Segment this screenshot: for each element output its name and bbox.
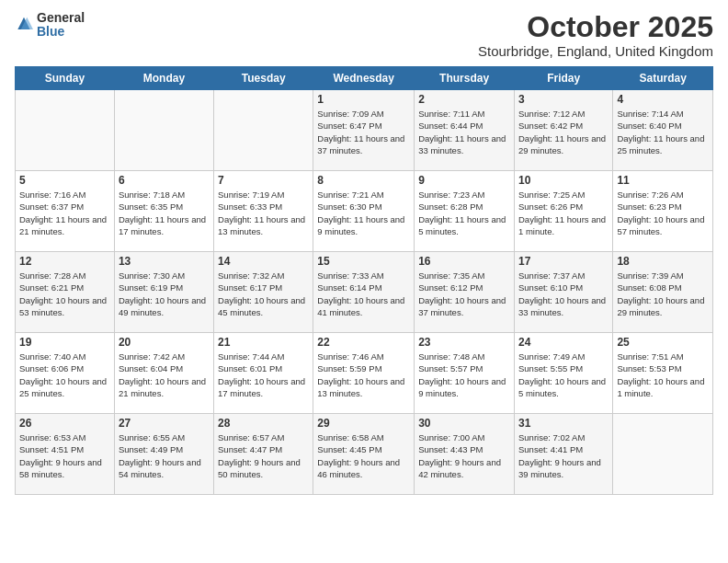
table-row: 5Sunrise: 7:16 AMSunset: 6:37 PMDaylight…: [16, 171, 115, 252]
day-info: Sunrise: 7:23 AMSunset: 6:28 PMDaylight:…: [418, 189, 510, 237]
day-number: 21: [218, 336, 309, 349]
day-number: 2: [418, 93, 510, 106]
table-row: 6Sunrise: 7:18 AMSunset: 6:35 PMDaylight…: [114, 171, 213, 252]
table-row: [114, 90, 213, 171]
day-info: Sunrise: 7:35 AMSunset: 6:12 PMDaylight:…: [418, 270, 510, 318]
page: General Blue October 2025 Stourbridge, E…: [0, 0, 728, 563]
day-number: 27: [119, 417, 210, 430]
day-info: Sunrise: 7:00 AMSunset: 4:43 PMDaylight:…: [418, 431, 510, 480]
day-info: Sunrise: 7:16 AMSunset: 6:37 PMDaylight:…: [19, 189, 110, 237]
table-row: 11Sunrise: 7:26 AMSunset: 6:23 PMDayligh…: [613, 171, 713, 252]
table-row: [613, 414, 713, 495]
day-number: 10: [518, 174, 609, 187]
table-row: 22Sunrise: 7:46 AMSunset: 5:59 PMDayligh…: [313, 333, 415, 414]
title-section: October 2025 Stourbridge, England, Unite…: [478, 11, 713, 59]
day-info: Sunrise: 7:14 AMSunset: 6:40 PMDaylight:…: [617, 108, 709, 156]
day-number: 9: [418, 174, 510, 187]
day-info: Sunrise: 6:53 AMSunset: 4:51 PMDaylight:…: [19, 431, 110, 480]
table-row: 4Sunrise: 7:14 AMSunset: 6:40 PMDaylight…: [613, 90, 713, 171]
table-row: 29Sunrise: 6:58 AMSunset: 4:45 PMDayligh…: [313, 414, 415, 495]
day-number: 6: [119, 174, 210, 187]
calendar-header-row: Sunday Monday Tuesday Wednesday Thursday…: [16, 67, 713, 90]
col-friday: Friday: [514, 67, 612, 90]
table-row: 1Sunrise: 7:09 AMSunset: 6:47 PMDaylight…: [313, 90, 415, 171]
table-row: 21Sunrise: 7:44 AMSunset: 6:01 PMDayligh…: [214, 333, 313, 414]
day-info: Sunrise: 7:19 AMSunset: 6:33 PMDaylight:…: [218, 189, 309, 237]
day-number: 16: [418, 255, 510, 268]
table-row: 24Sunrise: 7:49 AMSunset: 5:55 PMDayligh…: [514, 333, 612, 414]
day-info: Sunrise: 7:21 AMSunset: 6:30 PMDaylight:…: [317, 189, 410, 237]
day-number: 19: [19, 336, 110, 349]
logo-general-text: General: [37, 11, 85, 25]
table-row: 9Sunrise: 7:23 AMSunset: 6:28 PMDaylight…: [415, 171, 515, 252]
day-number: 20: [119, 336, 210, 349]
day-number: 28: [218, 417, 309, 430]
day-info: Sunrise: 7:12 AMSunset: 6:42 PMDaylight:…: [518, 108, 609, 156]
day-number: 31: [518, 417, 609, 430]
day-number: 15: [317, 255, 410, 268]
calendar-table: Sunday Monday Tuesday Wednesday Thursday…: [15, 66, 713, 495]
table-row: 7Sunrise: 7:19 AMSunset: 6:33 PMDaylight…: [214, 171, 313, 252]
table-row: 2Sunrise: 7:11 AMSunset: 6:44 PMDaylight…: [415, 90, 515, 171]
day-info: Sunrise: 7:51 AMSunset: 5:53 PMDaylight:…: [617, 350, 709, 399]
day-number: 30: [418, 417, 510, 430]
week-row-4: 26Sunrise: 6:53 AMSunset: 4:51 PMDayligh…: [16, 414, 713, 495]
table-row: 10Sunrise: 7:25 AMSunset: 6:26 PMDayligh…: [514, 171, 612, 252]
day-info: Sunrise: 6:57 AMSunset: 4:47 PMDaylight:…: [218, 431, 309, 480]
logo-blue-text: Blue: [37, 25, 85, 39]
day-info: Sunrise: 7:32 AMSunset: 6:17 PMDaylight:…: [218, 270, 309, 318]
day-number: 4: [617, 93, 709, 106]
table-row: 19Sunrise: 7:40 AMSunset: 6:06 PMDayligh…: [16, 333, 115, 414]
day-info: Sunrise: 7:48 AMSunset: 5:57 PMDaylight:…: [418, 350, 510, 399]
col-wednesday: Wednesday: [313, 67, 415, 90]
day-number: 23: [418, 336, 510, 349]
table-row: 20Sunrise: 7:42 AMSunset: 6:04 PMDayligh…: [114, 333, 213, 414]
day-info: Sunrise: 7:42 AMSunset: 6:04 PMDaylight:…: [119, 350, 210, 399]
day-info: Sunrise: 6:58 AMSunset: 4:45 PMDaylight:…: [317, 431, 410, 480]
table-row: 18Sunrise: 7:39 AMSunset: 6:08 PMDayligh…: [613, 252, 713, 333]
col-monday: Monday: [114, 67, 213, 90]
week-row-1: 5Sunrise: 7:16 AMSunset: 6:37 PMDaylight…: [16, 171, 713, 252]
day-number: 3: [518, 93, 609, 106]
week-row-3: 19Sunrise: 7:40 AMSunset: 6:06 PMDayligh…: [16, 333, 713, 414]
day-info: Sunrise: 7:49 AMSunset: 5:55 PMDaylight:…: [518, 350, 609, 399]
day-info: Sunrise: 7:37 AMSunset: 6:10 PMDaylight:…: [518, 270, 609, 318]
day-number: 1: [317, 93, 410, 106]
week-row-2: 12Sunrise: 7:28 AMSunset: 6:21 PMDayligh…: [16, 252, 713, 333]
day-number: 8: [317, 174, 410, 187]
day-number: 13: [119, 255, 210, 268]
table-row: [16, 90, 115, 171]
day-info: Sunrise: 7:28 AMSunset: 6:21 PMDaylight:…: [19, 270, 110, 318]
day-number: 12: [19, 255, 110, 268]
table-row: 30Sunrise: 7:00 AMSunset: 4:43 PMDayligh…: [415, 414, 515, 495]
day-number: 14: [218, 255, 309, 268]
day-number: 25: [617, 336, 709, 349]
day-number: 26: [19, 417, 110, 430]
day-info: Sunrise: 7:18 AMSunset: 6:35 PMDaylight:…: [119, 189, 210, 237]
table-row: 17Sunrise: 7:37 AMSunset: 6:10 PMDayligh…: [514, 252, 612, 333]
col-tuesday: Tuesday: [214, 67, 313, 90]
table-row: 3Sunrise: 7:12 AMSunset: 6:42 PMDaylight…: [514, 90, 612, 171]
day-info: Sunrise: 7:30 AMSunset: 6:19 PMDaylight:…: [119, 270, 210, 318]
day-number: 24: [518, 336, 609, 349]
table-row: [214, 90, 313, 171]
subtitle: Stourbridge, England, United Kingdom: [478, 43, 713, 59]
logo: General Blue: [15, 11, 85, 40]
table-row: 15Sunrise: 7:33 AMSunset: 6:14 PMDayligh…: [313, 252, 415, 333]
day-info: Sunrise: 7:46 AMSunset: 5:59 PMDaylight:…: [317, 350, 410, 399]
table-row: 26Sunrise: 6:53 AMSunset: 4:51 PMDayligh…: [16, 414, 115, 495]
day-info: Sunrise: 7:44 AMSunset: 6:01 PMDaylight:…: [218, 350, 309, 399]
day-info: Sunrise: 6:55 AMSunset: 4:49 PMDaylight:…: [119, 431, 210, 480]
table-row: 28Sunrise: 6:57 AMSunset: 4:47 PMDayligh…: [214, 414, 313, 495]
week-row-0: 1Sunrise: 7:09 AMSunset: 6:47 PMDaylight…: [16, 90, 713, 171]
day-number: 18: [617, 255, 709, 268]
day-info: Sunrise: 7:33 AMSunset: 6:14 PMDaylight:…: [317, 270, 410, 318]
header: General Blue October 2025 Stourbridge, E…: [15, 11, 713, 59]
logo-icon: [15, 16, 33, 34]
day-number: 17: [518, 255, 609, 268]
table-row: 23Sunrise: 7:48 AMSunset: 5:57 PMDayligh…: [415, 333, 515, 414]
table-row: 16Sunrise: 7:35 AMSunset: 6:12 PMDayligh…: [415, 252, 515, 333]
logo-text: General Blue: [37, 11, 85, 40]
table-row: 31Sunrise: 7:02 AMSunset: 4:41 PMDayligh…: [514, 414, 612, 495]
day-info: Sunrise: 7:26 AMSunset: 6:23 PMDaylight:…: [617, 189, 709, 237]
